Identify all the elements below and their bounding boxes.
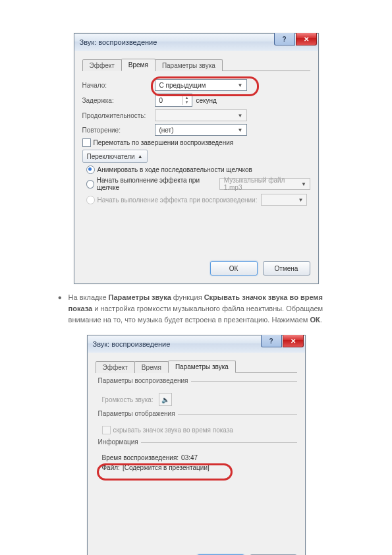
tab-time[interactable]: Время [121,59,155,71]
duration-label: Продолжительность: [82,112,155,119]
chevron-down-icon: ▼ [236,82,245,88]
chevron-down-icon: ▼ [299,181,308,187]
file-label: Файл: [102,464,120,471]
spinner-arrows-icon: ▲▼ [182,96,192,105]
titlebar[interactable]: Звук: воспроизведение ? ✕ [74,34,318,51]
sound-playback-dialog-time: Звук: воспроизведение ? ✕ Эффект Время П… [74,33,319,284]
start-combo[interactable]: С предыдущим ▼ [155,79,247,91]
help-button[interactable]: ? [261,335,282,347]
volume-button: 🔈 [159,393,172,406]
titlebar[interactable]: Звук: воспроизведение ? ✕ [88,336,305,353]
length-label: Время воспроизведения: [102,454,179,461]
tab-time[interactable]: Время [134,361,169,373]
tabs: Эффект Время Параметры звука [96,359,297,373]
duration-combo: ▼ [155,109,247,121]
opt-click-label: Начать выполнение эффекта при щелчке [97,177,215,191]
dialog-title: Звук: воспроизведение [80,38,157,46]
cancel-button[interactable]: Отмена [263,261,310,276]
opt-sequence-radio[interactable] [86,165,95,174]
group-playback-title: Параметры воспроизведения [96,377,191,384]
length-value: 03:47 [181,454,198,461]
speaker-icon: 🔈 [161,396,169,403]
tab-effect[interactable]: Эффект [82,59,122,71]
opt-click-combo: Музыкальный файл 1.mp3 ▼ [219,178,310,190]
volume-label: Громкость звука: [102,396,154,403]
opt-play-label: Начать выполнение эффекта при воспроизве… [98,196,258,204]
delay-unit: секунд [196,97,217,104]
close-button[interactable]: ✕ [296,33,317,45]
delay-spinner[interactable]: 0 ▲▼ [155,94,192,107]
repeat-combo[interactable]: (нет) ▼ [155,124,247,136]
start-value: С предыдущим [159,82,206,89]
start-label: Начало: [82,82,155,89]
opt-click-value: Музыкальный файл 1.mp3 [224,177,300,191]
hide-icon-label: скрывать значок звука во время показа [113,426,233,434]
triggers-text: Переключатели [87,153,135,160]
delay-value: 0 [155,97,182,104]
chevron-up-icon: ▲ [138,154,143,160]
description-text: На вкладке Параметры звука функция Скрыв… [69,292,346,326]
tab-sound-params[interactable]: Параметры звука [155,59,223,71]
chevron-down-icon: ▼ [236,113,245,119]
opt-sequence-label: Анимировать в ходе последовательности ще… [98,166,252,173]
group-display-title: Параметры отображения [96,410,178,417]
sound-playback-dialog-params: Звук: воспроизведение ? ✕ Эффект Время П… [87,335,306,555]
file-value: [Содержится в презентации] [123,464,210,471]
repeat-value: (нет) [159,127,174,134]
tab-effect[interactable]: Эффект [96,361,135,373]
opt-play-combo: ▼ [261,194,307,206]
repeat-label: Повторение: [82,127,155,134]
dialog-title: Звук: воспроизведение [93,340,171,348]
delay-label: Задержка: [82,97,155,104]
hide-icon-checkbox [102,426,111,434]
chevron-down-icon: ▼ [296,197,305,203]
rewind-label: Перемотать по завершении воспроизведения [94,139,234,146]
tab-sound-params[interactable]: Параметры звука [168,361,236,373]
opt-play-radio[interactable] [86,196,95,204]
help-button[interactable]: ? [274,33,295,45]
description-bullet: На вкладке Параметры звука функция Скрыв… [58,292,346,326]
triggers-button[interactable]: Переключатели ▲ [82,150,148,163]
ok-button[interactable]: ОК [210,261,258,276]
close-button[interactable]: ✕ [283,335,304,347]
tabs: Эффект Время Параметры звука [82,57,310,71]
chevron-down-icon: ▼ [236,127,245,133]
opt-click-radio[interactable] [86,180,94,189]
rewind-checkbox[interactable] [82,138,91,147]
group-info-title: Информация [96,438,141,446]
